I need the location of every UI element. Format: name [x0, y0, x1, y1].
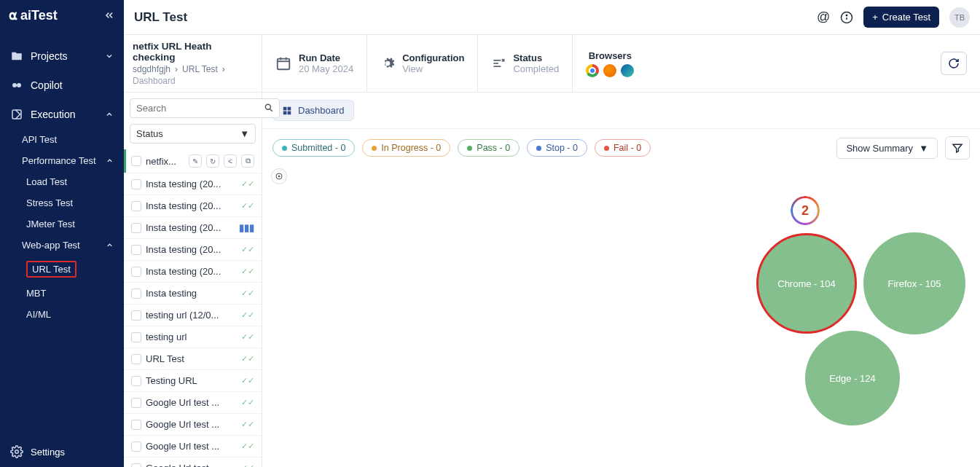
chevron-up-icon	[106, 157, 114, 165]
nav-mbt[interactable]: MBT	[0, 283, 124, 303]
checkbox[interactable]	[131, 310, 141, 321]
breadcrumb[interactable]: sdgdhfgjh›URL Test›	[133, 64, 253, 74]
nav-copilot[interactable]: Copilot	[0, 71, 124, 99]
status-pass-icon: ✓✓	[241, 201, 254, 211]
logo[interactable]: ⍺aiTest	[9, 7, 58, 23]
locate-button[interactable]	[271, 168, 287, 184]
status-pass-icon: ✓✓	[241, 267, 254, 276]
nav-execution[interactable]: Execution	[0, 101, 124, 128]
nav-settings[interactable]: Settings	[0, 436, 124, 467]
test-name: Insta testing (20...	[146, 266, 237, 277]
status-pass-icon: ✓✓	[241, 332, 254, 342]
status-pass-icon: ✓✓	[241, 245, 254, 254]
search-icon[interactable]	[264, 103, 274, 113]
nav-aiml[interactable]: AI/ML	[0, 305, 124, 324]
create-test-button[interactable]: + Create Test	[863, 7, 939, 28]
checkbox[interactable]	[131, 267, 141, 277]
status-pass-icon: ✓✓	[241, 398, 254, 407]
refresh-button[interactable]	[941, 52, 967, 75]
chip-fail[interactable]: Fail - 0	[595, 139, 651, 157]
test-name: Insta testing (20...	[146, 244, 237, 255]
chevron-up-icon	[106, 241, 114, 249]
chip-pass[interactable]: Pass - 0	[458, 139, 520, 157]
nav-projects[interactable]: Projects	[0, 42, 124, 70]
test-row[interactable]: URL Test✓✓	[124, 348, 262, 370]
meta-configuration[interactable]: ConfigurationView	[367, 35, 478, 92]
bubble-edge[interactable]: Edge - 124	[805, 331, 900, 425]
show-summary-button[interactable]: Show Summary ▼	[836, 138, 938, 159]
test-row[interactable]: Google Url test ...✓✓	[124, 392, 262, 414]
share-icon[interactable]: <	[224, 154, 237, 168]
caret-down-icon: ▼	[919, 143, 928, 154]
test-row[interactable]: Google Url test ...✓✓	[124, 436, 262, 458]
test-row[interactable]: Insta testing (20...✓✓	[124, 261, 262, 283]
info-icon[interactable]	[840, 11, 853, 24]
checkbox[interactable]	[131, 376, 141, 386]
user-avatar[interactable]: TB	[949, 7, 970, 28]
chip-inprogress[interactable]: In Progress - 0	[362, 139, 450, 157]
checkbox[interactable]	[131, 420, 141, 430]
annotation-2: 2	[791, 196, 820, 225]
chip-stop[interactable]: Stop - 0	[527, 139, 587, 157]
test-name: Insta testing (20...	[146, 178, 237, 189]
nav-api-test[interactable]: API Test	[0, 130, 124, 149]
test-row[interactable]: Testing URL✓✓	[124, 370, 262, 392]
status-filter[interactable]: Status ▼	[130, 124, 256, 144]
bubble-chrome[interactable]: Chrome - 104	[758, 235, 855, 332]
plus-icon: +	[872, 12, 878, 23]
nav-jmeter-test[interactable]: JMeter Test	[0, 214, 124, 234]
nav-stress-test[interactable]: Stress Test	[0, 193, 124, 213]
edit-icon[interactable]: ✎	[189, 154, 202, 168]
test-name: Google Url test ...	[146, 463, 237, 467]
test-name: testing url (12/0...	[146, 310, 237, 321]
checkbox[interactable]	[131, 289, 141, 299]
test-row[interactable]: Insta testing✓✓	[124, 283, 262, 305]
test-row[interactable]: testing url✓✓	[124, 326, 262, 348]
checkbox[interactable]	[131, 442, 141, 452]
nav-load-test[interactable]: Load Test	[0, 172, 124, 192]
test-row[interactable]: Insta testing (20...✓✓	[124, 195, 262, 217]
copy-icon[interactable]: ⧉	[241, 154, 254, 168]
status-pass-icon: ✓✓	[241, 289, 254, 298]
test-name: netfix URL Heath checking	[133, 41, 253, 63]
status-pass-icon: ✓✓	[241, 442, 254, 451]
nav-webapp-test[interactable]: Web-app Test	[0, 235, 124, 255]
checkbox[interactable]	[131, 398, 141, 408]
checkbox[interactable]	[131, 223, 141, 233]
svg-point-0	[12, 83, 17, 87]
test-row[interactable]: Google Url test ...✓✓	[124, 458, 262, 467]
checkbox[interactable]	[131, 156, 141, 166]
svg-point-16	[265, 104, 270, 109]
nav-url-test[interactable]: URL Test 1	[0, 256, 124, 282]
nav-performance-test[interactable]: Performance Test	[0, 151, 124, 170]
checkbox[interactable]	[131, 201, 141, 211]
gear-icon	[380, 56, 395, 71]
checkbox[interactable]	[131, 245, 141, 255]
svg-point-1	[17, 83, 21, 87]
test-row[interactable]: Insta testing (20...▮▮▮	[124, 217, 262, 239]
search-input[interactable]	[130, 98, 280, 118]
svg-rect-19	[288, 106, 291, 110]
at-icon[interactable]: @	[817, 9, 830, 25]
checkbox[interactable]	[131, 332, 141, 342]
checkbox[interactable]	[131, 463, 141, 468]
test-row[interactable]: netfix...✎↻<⧉	[124, 149, 262, 173]
topbar: URL Test @ + Create Test TB	[124, 0, 980, 35]
chrome-icon	[586, 64, 599, 77]
test-row[interactable]: Insta testing (20...✓✓	[124, 173, 262, 195]
chip-submitted[interactable]: Submitted - 0	[273, 139, 355, 157]
test-row[interactable]: Google Url test ...✓✓	[124, 414, 262, 436]
test-row[interactable]: testing url (12/0...✓✓	[124, 305, 262, 326]
dashboard-tab[interactable]: Dashboard	[273, 100, 354, 121]
bubble-firefox[interactable]: Firefox - 105	[863, 232, 965, 334]
rerun-icon[interactable]: ↻	[206, 154, 219, 168]
checkbox[interactable]	[131, 354, 141, 364]
test-row[interactable]: Insta testing (20...✓✓	[124, 239, 262, 261]
sidebar-collapse-icon[interactable]	[103, 9, 115, 21]
svg-line-17	[270, 109, 272, 111]
breadcrumb-current: Dashboard	[133, 76, 253, 86]
filter-button[interactable]	[945, 136, 970, 160]
test-name: Google Url test ...	[146, 441, 237, 452]
svg-rect-20	[283, 111, 287, 114]
checkbox[interactable]	[131, 179, 141, 189]
